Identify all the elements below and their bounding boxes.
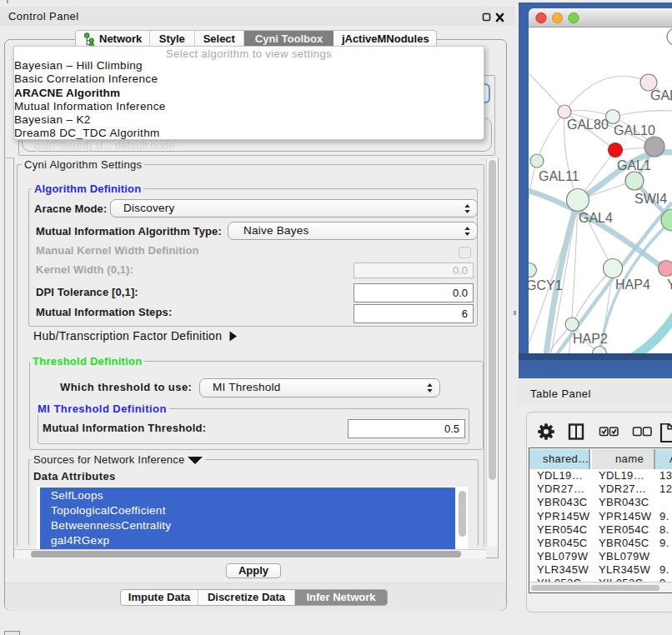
svg-text:GAL1: GAL1 — [617, 158, 651, 172]
svg-text:GAL7: GAL7 — [650, 88, 672, 102]
svg-text:GAL4: GAL4 — [579, 211, 613, 225]
svg-text:YJ: YJ — [667, 278, 672, 292]
svg-text:HAP4: HAP4 — [615, 278, 650, 292]
svg-text:GAL11: GAL11 — [539, 169, 579, 183]
svg-text:GAL80: GAL80 — [567, 118, 609, 132]
svg-text:HAP2: HAP2 — [573, 332, 608, 346]
svg-text:GCY1: GCY1 — [529, 278, 563, 292]
svg-text:SWI4: SWI4 — [634, 192, 667, 206]
svg-text:GAL10: GAL10 — [614, 123, 655, 138]
